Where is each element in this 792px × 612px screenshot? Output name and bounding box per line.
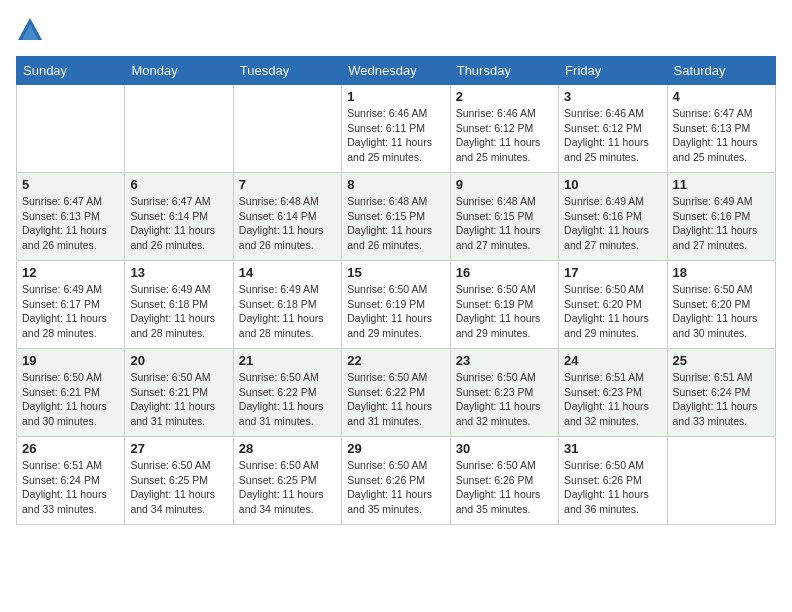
calendar-cell: 10Sunrise: 6:49 AMSunset: 6:16 PMDayligh… <box>559 173 667 261</box>
calendar-cell: 16Sunrise: 6:50 AMSunset: 6:19 PMDayligh… <box>450 261 558 349</box>
logo-icon <box>16 16 44 44</box>
calendar-cell: 3Sunrise: 6:46 AMSunset: 6:12 PMDaylight… <box>559 85 667 173</box>
day-number: 16 <box>456 265 553 280</box>
day-info: Sunrise: 6:48 AMSunset: 6:15 PMDaylight:… <box>456 194 553 253</box>
day-info: Sunrise: 6:50 AMSunset: 6:19 PMDaylight:… <box>347 282 444 341</box>
day-info: Sunrise: 6:49 AMSunset: 6:16 PMDaylight:… <box>673 194 770 253</box>
day-number: 14 <box>239 265 336 280</box>
day-number: 1 <box>347 89 444 104</box>
calendar-week-row: 26Sunrise: 6:51 AMSunset: 6:24 PMDayligh… <box>17 437 776 525</box>
calendar-header-row: SundayMondayTuesdayWednesdayThursdayFrid… <box>17 57 776 85</box>
day-info: Sunrise: 6:48 AMSunset: 6:14 PMDaylight:… <box>239 194 336 253</box>
day-info: Sunrise: 6:49 AMSunset: 6:16 PMDaylight:… <box>564 194 661 253</box>
calendar-header-wednesday: Wednesday <box>342 57 450 85</box>
calendar-cell: 14Sunrise: 6:49 AMSunset: 6:18 PMDayligh… <box>233 261 341 349</box>
calendar-header-tuesday: Tuesday <box>233 57 341 85</box>
calendar-cell: 6Sunrise: 6:47 AMSunset: 6:14 PMDaylight… <box>125 173 233 261</box>
day-number: 17 <box>564 265 661 280</box>
day-info: Sunrise: 6:46 AMSunset: 6:12 PMDaylight:… <box>456 106 553 165</box>
calendar-week-row: 19Sunrise: 6:50 AMSunset: 6:21 PMDayligh… <box>17 349 776 437</box>
calendar-header-monday: Monday <box>125 57 233 85</box>
day-info: Sunrise: 6:46 AMSunset: 6:11 PMDaylight:… <box>347 106 444 165</box>
calendar-cell: 29Sunrise: 6:50 AMSunset: 6:26 PMDayligh… <box>342 437 450 525</box>
calendar-week-row: 12Sunrise: 6:49 AMSunset: 6:17 PMDayligh… <box>17 261 776 349</box>
day-info: Sunrise: 6:50 AMSunset: 6:26 PMDaylight:… <box>347 458 444 517</box>
day-info: Sunrise: 6:49 AMSunset: 6:17 PMDaylight:… <box>22 282 119 341</box>
day-info: Sunrise: 6:50 AMSunset: 6:20 PMDaylight:… <box>673 282 770 341</box>
calendar-cell <box>667 437 775 525</box>
day-number: 26 <box>22 441 119 456</box>
day-number: 7 <box>239 177 336 192</box>
day-info: Sunrise: 6:49 AMSunset: 6:18 PMDaylight:… <box>130 282 227 341</box>
calendar-cell: 28Sunrise: 6:50 AMSunset: 6:25 PMDayligh… <box>233 437 341 525</box>
day-number: 12 <box>22 265 119 280</box>
day-info: Sunrise: 6:47 AMSunset: 6:13 PMDaylight:… <box>22 194 119 253</box>
day-number: 6 <box>130 177 227 192</box>
day-info: Sunrise: 6:51 AMSunset: 6:23 PMDaylight:… <box>564 370 661 429</box>
day-number: 21 <box>239 353 336 368</box>
day-number: 20 <box>130 353 227 368</box>
day-info: Sunrise: 6:50 AMSunset: 6:25 PMDaylight:… <box>130 458 227 517</box>
calendar-cell: 23Sunrise: 6:50 AMSunset: 6:23 PMDayligh… <box>450 349 558 437</box>
calendar-cell: 18Sunrise: 6:50 AMSunset: 6:20 PMDayligh… <box>667 261 775 349</box>
day-info: Sunrise: 6:50 AMSunset: 6:20 PMDaylight:… <box>564 282 661 341</box>
day-info: Sunrise: 6:50 AMSunset: 6:26 PMDaylight:… <box>456 458 553 517</box>
day-number: 19 <box>22 353 119 368</box>
calendar-cell: 11Sunrise: 6:49 AMSunset: 6:16 PMDayligh… <box>667 173 775 261</box>
day-info: Sunrise: 6:50 AMSunset: 6:21 PMDaylight:… <box>130 370 227 429</box>
calendar-cell: 31Sunrise: 6:50 AMSunset: 6:26 PMDayligh… <box>559 437 667 525</box>
day-info: Sunrise: 6:48 AMSunset: 6:15 PMDaylight:… <box>347 194 444 253</box>
calendar-cell: 25Sunrise: 6:51 AMSunset: 6:24 PMDayligh… <box>667 349 775 437</box>
day-number: 29 <box>347 441 444 456</box>
calendar-cell: 8Sunrise: 6:48 AMSunset: 6:15 PMDaylight… <box>342 173 450 261</box>
day-info: Sunrise: 6:47 AMSunset: 6:13 PMDaylight:… <box>673 106 770 165</box>
day-info: Sunrise: 6:49 AMSunset: 6:18 PMDaylight:… <box>239 282 336 341</box>
calendar-cell <box>125 85 233 173</box>
calendar-cell: 17Sunrise: 6:50 AMSunset: 6:20 PMDayligh… <box>559 261 667 349</box>
day-info: Sunrise: 6:51 AMSunset: 6:24 PMDaylight:… <box>22 458 119 517</box>
calendar-cell: 21Sunrise: 6:50 AMSunset: 6:22 PMDayligh… <box>233 349 341 437</box>
calendar-cell: 27Sunrise: 6:50 AMSunset: 6:25 PMDayligh… <box>125 437 233 525</box>
calendar-cell: 22Sunrise: 6:50 AMSunset: 6:22 PMDayligh… <box>342 349 450 437</box>
day-info: Sunrise: 6:50 AMSunset: 6:25 PMDaylight:… <box>239 458 336 517</box>
day-number: 27 <box>130 441 227 456</box>
day-number: 9 <box>456 177 553 192</box>
calendar-cell: 19Sunrise: 6:50 AMSunset: 6:21 PMDayligh… <box>17 349 125 437</box>
calendar-cell: 9Sunrise: 6:48 AMSunset: 6:15 PMDaylight… <box>450 173 558 261</box>
day-number: 28 <box>239 441 336 456</box>
day-number: 22 <box>347 353 444 368</box>
calendar-week-row: 1Sunrise: 6:46 AMSunset: 6:11 PMDaylight… <box>17 85 776 173</box>
day-number: 15 <box>347 265 444 280</box>
logo <box>16 16 48 44</box>
calendar-cell: 24Sunrise: 6:51 AMSunset: 6:23 PMDayligh… <box>559 349 667 437</box>
day-number: 4 <box>673 89 770 104</box>
calendar-cell: 15Sunrise: 6:50 AMSunset: 6:19 PMDayligh… <box>342 261 450 349</box>
calendar-cell: 2Sunrise: 6:46 AMSunset: 6:12 PMDaylight… <box>450 85 558 173</box>
calendar-header-saturday: Saturday <box>667 57 775 85</box>
page-header <box>16 16 776 44</box>
calendar-cell: 1Sunrise: 6:46 AMSunset: 6:11 PMDaylight… <box>342 85 450 173</box>
calendar-header-thursday: Thursday <box>450 57 558 85</box>
day-info: Sunrise: 6:50 AMSunset: 6:21 PMDaylight:… <box>22 370 119 429</box>
calendar-cell <box>233 85 341 173</box>
calendar-cell: 5Sunrise: 6:47 AMSunset: 6:13 PMDaylight… <box>17 173 125 261</box>
day-info: Sunrise: 6:50 AMSunset: 6:26 PMDaylight:… <box>564 458 661 517</box>
day-number: 5 <box>22 177 119 192</box>
calendar: SundayMondayTuesdayWednesdayThursdayFrid… <box>16 56 776 525</box>
day-info: Sunrise: 6:46 AMSunset: 6:12 PMDaylight:… <box>564 106 661 165</box>
day-number: 2 <box>456 89 553 104</box>
day-info: Sunrise: 6:50 AMSunset: 6:23 PMDaylight:… <box>456 370 553 429</box>
day-number: 3 <box>564 89 661 104</box>
day-number: 30 <box>456 441 553 456</box>
day-info: Sunrise: 6:50 AMSunset: 6:22 PMDaylight:… <box>347 370 444 429</box>
calendar-header-friday: Friday <box>559 57 667 85</box>
calendar-cell: 7Sunrise: 6:48 AMSunset: 6:14 PMDaylight… <box>233 173 341 261</box>
day-number: 10 <box>564 177 661 192</box>
calendar-cell: 20Sunrise: 6:50 AMSunset: 6:21 PMDayligh… <box>125 349 233 437</box>
calendar-cell <box>17 85 125 173</box>
calendar-week-row: 5Sunrise: 6:47 AMSunset: 6:13 PMDaylight… <box>17 173 776 261</box>
day-number: 13 <box>130 265 227 280</box>
calendar-cell: 30Sunrise: 6:50 AMSunset: 6:26 PMDayligh… <box>450 437 558 525</box>
day-info: Sunrise: 6:50 AMSunset: 6:19 PMDaylight:… <box>456 282 553 341</box>
calendar-cell: 4Sunrise: 6:47 AMSunset: 6:13 PMDaylight… <box>667 85 775 173</box>
